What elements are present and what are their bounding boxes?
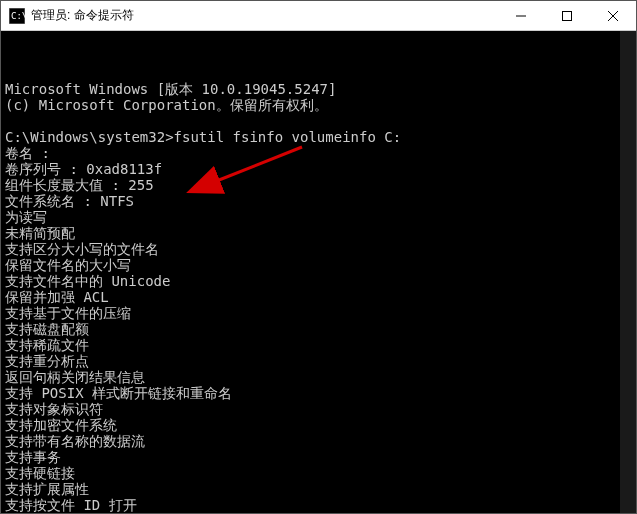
terminal-line: 为读写 [5,209,632,225]
terminal-line: 支持对象标识符 [5,401,632,417]
terminal-line: 保留并加强 ACL [5,289,632,305]
maximize-button[interactable] [544,1,590,30]
titlebar: C:\ 管理员: 命令提示符 [1,1,636,31]
terminal-line: 支持按文件 ID 打开 [5,497,632,513]
terminal-line: Microsoft Windows [版本 10.0.19045.5247] [5,81,632,97]
terminal-line: (c) Microsoft Corporation。保留所有权利。 [5,97,632,113]
terminal-line: 未精简预配 [5,225,632,241]
window-title: 管理员: 命令提示符 [31,7,134,24]
terminal-line: 卷序列号 : 0xad8113f [5,161,632,177]
terminal-line: 支持重分析点 [5,353,632,369]
window-controls [498,1,636,30]
terminal-line [5,113,632,129]
terminal-line: 返回句柄关闭结果信息 [5,369,632,385]
window: C:\ 管理员: 命令提示符 [0,0,637,514]
terminal-line: 保留文件名的大小写 [5,257,632,273]
svg-text:C:\: C:\ [11,11,25,21]
terminal-line: 支持事务 [5,449,632,465]
terminal-line: 支持扩展属性 [5,481,632,497]
terminal-line: 支持加密文件系统 [5,417,632,433]
terminal-line: 卷名 : [5,145,632,161]
terminal-line: C:\Windows\system32>fsutil fsinfo volume… [5,129,632,145]
terminal-line: 支持磁盘配额 [5,321,632,337]
terminal-line: 支持 POSIX 样式断开链接和重命名 [5,385,632,401]
terminal-line: 支持区分大小写的文件名 [5,241,632,257]
close-button[interactable] [590,1,636,30]
terminal-line: 支持文件名中的 Unicode [5,273,632,289]
terminal-line: 组件长度最大值 : 255 [5,177,632,193]
vertical-scrollbar[interactable] [620,31,636,513]
terminal-line: 支持硬链接 [5,465,632,481]
minimize-button[interactable] [498,1,544,30]
terminal-line: 支持基于文件的压缩 [5,305,632,321]
terminal-output[interactable]: Microsoft Windows [版本 10.0.19045.5247](c… [1,31,636,513]
terminal-line: 文件系统名 : NTFS [5,193,632,209]
terminal-line: 支持带有名称的数据流 [5,433,632,449]
svg-rect-4 [563,11,572,20]
terminal-line: 支持稀疏文件 [5,337,632,353]
cmd-icon: C:\ [9,8,25,24]
